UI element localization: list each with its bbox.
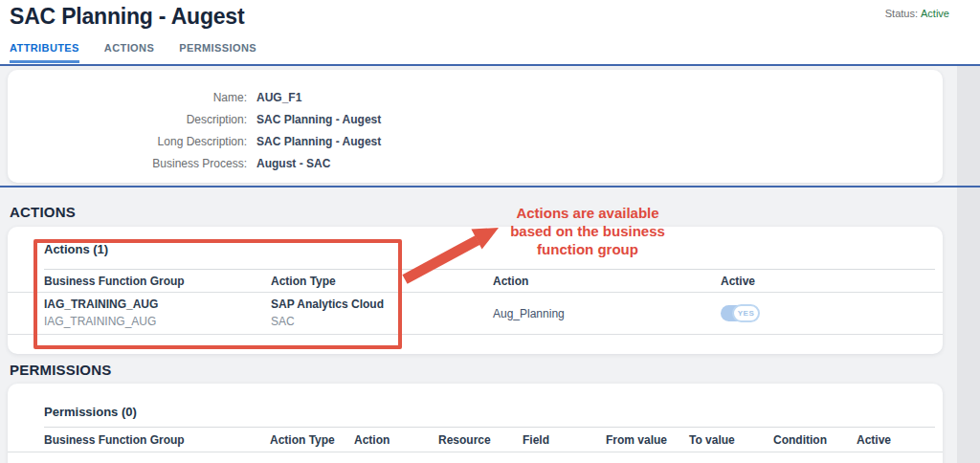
attribute-row-long-description: Long Description: SAC Planning - Augest (8, 131, 943, 153)
name-value: AUG_F1 (256, 87, 301, 109)
col-resource: Resource (438, 433, 523, 447)
actions-section-heading: ACTIONS (10, 204, 76, 220)
tab-actions[interactable]: ACTIONS (104, 42, 154, 63)
permissions-card: Permissions (0) Business Function Group … (8, 384, 943, 463)
col-action: Action (354, 433, 438, 447)
scrollbar-gutter[interactable] (957, 66, 980, 463)
col-active: Active (721, 275, 935, 288)
header-divider-line (0, 64, 980, 66)
long-description-value: SAC Planning - Augest (256, 131, 381, 153)
col-field: Field (523, 433, 606, 447)
attribute-row-business-process: Business Process: August - SAC (8, 153, 943, 175)
business-function-group-main: IAG_TRAINING_AUG (44, 298, 271, 312)
attribute-row-description: Description: SAC Planning - Augest (8, 109, 943, 131)
cell-action-type: SAP Analytics Cloud SAC (271, 298, 493, 329)
status-label: Status: (885, 8, 918, 19)
permissions-card-title: Permissions (0) (8, 384, 943, 419)
active-toggle[interactable]: YES (721, 305, 759, 321)
tab-attributes[interactable]: ATTRIBUTES (10, 42, 79, 63)
status-value: Active (921, 8, 949, 19)
actions-card: Actions (1) Business Function Group Acti… (8, 227, 943, 354)
name-label: Name: (8, 87, 247, 109)
col-business-function-group: Business Function Group (44, 433, 270, 447)
col-business-function-group: Business Function Group (44, 275, 271, 288)
annotation-text-line-1: Actions are available (486, 204, 689, 222)
attribute-row-name: Name: AUG_F1 (8, 87, 943, 109)
page-header: SAC Planning - Augest Status:Active ATTR… (0, 0, 980, 64)
business-function-group-sub: IAG_TRAINING_AUG (44, 315, 271, 329)
status-badge: Status:Active (885, 8, 949, 19)
actions-table-header: Business Function Group Action Type Acti… (8, 270, 943, 293)
cell-business-function-group: IAG_TRAINING_AUG IAG_TRAINING_AUG (44, 298, 271, 329)
permissions-table-header: Business Function Group Action Type Acti… (8, 428, 943, 452)
col-action: Action (493, 275, 721, 288)
page: SAC Planning - Augest Status:Active ATTR… (0, 0, 980, 463)
annotation-text: Actions are available based on the busin… (486, 204, 689, 258)
col-action-type: Action Type (270, 433, 354, 447)
col-to-value: To value (689, 433, 773, 447)
annotation-text-line-2: based on the business (486, 222, 689, 240)
description-value: SAC Planning - Augest (256, 109, 381, 131)
cell-active: YES (721, 305, 935, 321)
cell-action: Aug_Planning (493, 307, 721, 320)
business-process-label: Business Process: (8, 153, 247, 175)
description-label: Description: (8, 109, 247, 131)
business-process-value: August - SAC (256, 153, 330, 175)
col-condition: Condition (773, 433, 857, 447)
page-title: SAC Planning - Augest (10, 4, 244, 30)
actions-card-title: Actions (1) (8, 227, 943, 256)
attributes-section-divider-line (0, 186, 980, 187)
long-description-label: Long Description: (8, 131, 247, 153)
action-type-sub: SAC (271, 315, 493, 329)
active-toggle-handle: YES (732, 304, 760, 322)
annotation-text-line-3: function group (486, 240, 689, 258)
tab-permissions[interactable]: PERMISSIONS (179, 42, 256, 63)
actions-table-row[interactable]: IAG_TRAINING_AUG IAG_TRAINING_AUG SAP An… (8, 293, 943, 335)
attributes-card: Name: AUG_F1 Description: SAC Planning -… (8, 70, 943, 183)
permissions-section-heading: PERMISSIONS (10, 362, 111, 378)
col-active: Active (857, 433, 935, 447)
action-type-main: SAP Analytics Cloud (271, 298, 493, 312)
col-action-type: Action Type (271, 275, 493, 288)
tab-bar: ATTRIBUTES ACTIONS PERMISSIONS (10, 42, 256, 63)
col-from-value: From value (606, 433, 689, 447)
